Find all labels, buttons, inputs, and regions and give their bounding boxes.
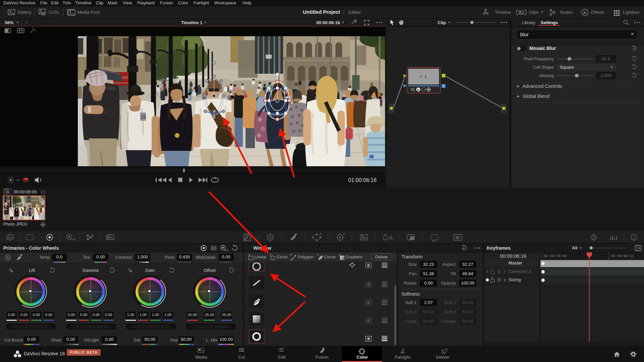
svg-text:LOG: LOG [224,249,229,251]
svg-text:HDR: HDR [71,238,76,241]
svg-text:01:00:06:16: 01:00:06:16 [348,177,377,183]
svg-text:fx: fx [417,88,420,92]
svg-text:3D: 3D [455,236,460,240]
svg-text:fx: fx [584,11,586,14]
svg-text:01: 01 [411,87,415,92]
svg-text:16: 16 [141,114,146,120]
svg-text:A: A [7,256,9,259]
